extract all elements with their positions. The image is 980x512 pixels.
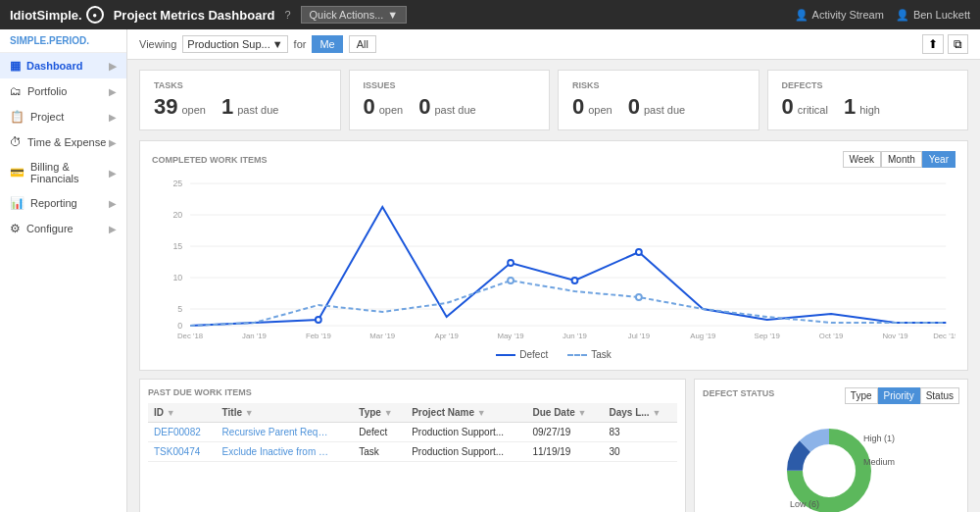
sidebar-label-billing: Billing & Financials bbox=[30, 161, 109, 184]
chevron-icon: ▶ bbox=[109, 137, 117, 148]
project-select[interactable]: Production Sup... ▼ bbox=[182, 35, 287, 53]
sidebar-item-portfolio[interactable]: 🗂 Portfolio ▶ bbox=[0, 78, 126, 104]
row2-title-link[interactable]: Exclude Inactive from Requ... bbox=[222, 446, 330, 457]
svg-text:Sep '19: Sep '19 bbox=[755, 332, 781, 340]
help-icon[interactable]: ? bbox=[284, 9, 290, 21]
svg-text:15: 15 bbox=[172, 241, 182, 251]
month-button[interactable]: Month bbox=[881, 151, 922, 168]
settings-icon[interactable]: ⧉ bbox=[948, 34, 968, 54]
page-title: Project Metrics Dashboard bbox=[114, 8, 275, 23]
sidebar-item-billing[interactable]: 💳 Billing & Financials ▶ bbox=[0, 155, 126, 190]
table-row: DEF00082 Recursive Parent Requirem... De… bbox=[148, 423, 677, 442]
task-legend-line bbox=[567, 354, 587, 356]
issues-card: ISSUES 0 open 0 past due bbox=[349, 70, 551, 130]
duedate-filter-icon[interactable]: ▼ bbox=[578, 408, 587, 418]
row1-days: 83 bbox=[604, 423, 678, 442]
project-filter-icon[interactable]: ▼ bbox=[477, 408, 486, 418]
svg-text:20: 20 bbox=[172, 210, 182, 220]
type-button[interactable]: Type bbox=[845, 387, 878, 404]
activity-icon: 👤 bbox=[795, 9, 808, 22]
type-filter-icon[interactable]: ▼ bbox=[384, 408, 393, 418]
export-icon[interactable]: ⬆ bbox=[922, 34, 944, 54]
col-duedate[interactable]: Due Date ▼ bbox=[526, 403, 603, 423]
priority-button[interactable]: Priority bbox=[878, 387, 920, 404]
activity-stream-link[interactable]: 👤 Activity Stream bbox=[795, 9, 884, 22]
quick-actions-button[interactable]: Quick Actions... ▼ bbox=[301, 6, 408, 24]
nav-left: IdiotSimple. ● Project Metrics Dashboard… bbox=[10, 6, 407, 24]
days-filter-icon[interactable]: ▼ bbox=[652, 408, 661, 418]
id-filter-icon[interactable]: ▼ bbox=[167, 408, 175, 418]
past-due-section: PAST DUE WORK ITEMS ID ▼ Title ▼ Type ▼ … bbox=[139, 379, 686, 512]
sidebar-label-portfolio: Portfolio bbox=[27, 85, 67, 97]
brand-logo: IdiotSimple. ● bbox=[10, 6, 104, 24]
issues-open-number: 0 bbox=[364, 94, 375, 120]
defect-legend-line bbox=[496, 354, 515, 356]
defect-legend-item: Defect bbox=[496, 349, 548, 360]
svg-point-27 bbox=[572, 278, 578, 283]
col-type[interactable]: Type ▼ bbox=[353, 403, 406, 423]
col-days[interactable]: Days L... ▼ bbox=[604, 403, 678, 423]
for-label: for bbox=[294, 38, 307, 50]
row1-project: Production Support... bbox=[406, 423, 526, 442]
nav-right: 👤 Activity Stream 👤 Ben Luckett bbox=[795, 9, 970, 22]
chevron-icon: ▶ bbox=[109, 86, 117, 97]
sidebar-item-time[interactable]: ⏱ Time & Expense ▶ bbox=[0, 129, 126, 155]
svg-text:5: 5 bbox=[177, 304, 182, 314]
year-button[interactable]: Year bbox=[922, 151, 956, 168]
sidebar-header: SIMPLE.PERIOD. bbox=[0, 29, 126, 53]
row2-title: Exclude Inactive from Requ... bbox=[217, 442, 354, 462]
past-due-table: ID ▼ Title ▼ Type ▼ Project Name ▼ Due D… bbox=[148, 403, 677, 462]
row2-id-link[interactable]: TSK00474 bbox=[154, 446, 200, 457]
tasks-open-label: open bbox=[181, 104, 205, 116]
tasks-card: TASKS 39 open 1 past due bbox=[139, 70, 341, 130]
donut-chart: High (1) Medium (1) Low (6) bbox=[767, 414, 895, 512]
defects-label: DEFECTS bbox=[782, 80, 955, 90]
chart-btn-group: Week Month Year bbox=[843, 151, 956, 168]
status-button[interactable]: Status bbox=[920, 387, 959, 404]
svg-point-34 bbox=[809, 451, 849, 490]
row1-type: Defect bbox=[353, 423, 406, 442]
sidebar-item-project[interactable]: 📋 Project ▶ bbox=[0, 104, 126, 129]
sidebar-item-reporting[interactable]: 📊 Reporting ▶ bbox=[0, 190, 126, 216]
title-filter-icon[interactable]: ▼ bbox=[245, 408, 254, 418]
defects-critical-label: critical bbox=[798, 104, 828, 116]
col-title[interactable]: Title ▼ bbox=[217, 403, 354, 423]
sidebar-label-project: Project bbox=[30, 111, 64, 123]
top-navigation: IdiotSimple. ● Project Metrics Dashboard… bbox=[0, 0, 980, 29]
risks-card: RISKS 0 open 0 past due bbox=[558, 70, 760, 130]
row1-id-link[interactable]: DEF00082 bbox=[154, 427, 201, 437]
sidebar-label-time: Time & Expense bbox=[27, 136, 106, 148]
all-button[interactable]: All bbox=[349, 35, 376, 53]
user-menu[interactable]: 👤 Ben Luckett bbox=[896, 9, 970, 22]
row2-days: 30 bbox=[604, 442, 678, 462]
sidebar-label-reporting: Reporting bbox=[30, 197, 77, 209]
week-button[interactable]: Week bbox=[843, 151, 881, 168]
row1-title: Recursive Parent Requirem... bbox=[217, 423, 354, 442]
billing-icon: 💳 bbox=[10, 166, 24, 179]
col-id[interactable]: ID ▼ bbox=[148, 403, 217, 423]
dropdown-chevron: ▼ bbox=[272, 38, 283, 50]
svg-text:25: 25 bbox=[172, 179, 182, 188]
row1-title-link[interactable]: Recursive Parent Requirem... bbox=[222, 427, 330, 437]
task-legend-item: Task bbox=[567, 349, 612, 360]
risks-pastdue-number: 0 bbox=[628, 94, 640, 120]
sidebar-item-configure[interactable]: ⚙ Configure ▶ bbox=[0, 216, 126, 241]
svg-text:10: 10 bbox=[172, 273, 182, 282]
chevron-icon: ▶ bbox=[109, 198, 117, 209]
table-scroll[interactable]: ID ▼ Title ▼ Type ▼ Project Name ▼ Due D… bbox=[148, 403, 677, 462]
svg-text:Aug '19: Aug '19 bbox=[690, 332, 716, 340]
risks-label: RISKS bbox=[572, 80, 745, 90]
me-button[interactable]: Me bbox=[312, 35, 342, 53]
task-legend-label: Task bbox=[591, 349, 612, 360]
viewing-bar: Viewing Production Sup... ▼ for Me All ⬆… bbox=[127, 29, 980, 60]
svg-text:Dec '18: Dec '18 bbox=[177, 332, 204, 340]
col-project[interactable]: Project Name ▼ bbox=[406, 403, 526, 423]
sidebar-label-dashboard: Dashboard bbox=[26, 60, 82, 72]
portfolio-icon: 🗂 bbox=[10, 84, 22, 98]
sidebar-label-configure: Configure bbox=[26, 223, 74, 234]
user-icon: 👤 bbox=[896, 9, 909, 22]
sidebar-item-dashboard[interactable]: ▦ Dashboard ▶ bbox=[0, 53, 126, 78]
bottom-section: PAST DUE WORK ITEMS ID ▼ Title ▼ Type ▼ … bbox=[139, 379, 968, 512]
defect-legend-label: Defect bbox=[519, 349, 548, 360]
svg-text:Jul '19: Jul '19 bbox=[628, 332, 651, 340]
